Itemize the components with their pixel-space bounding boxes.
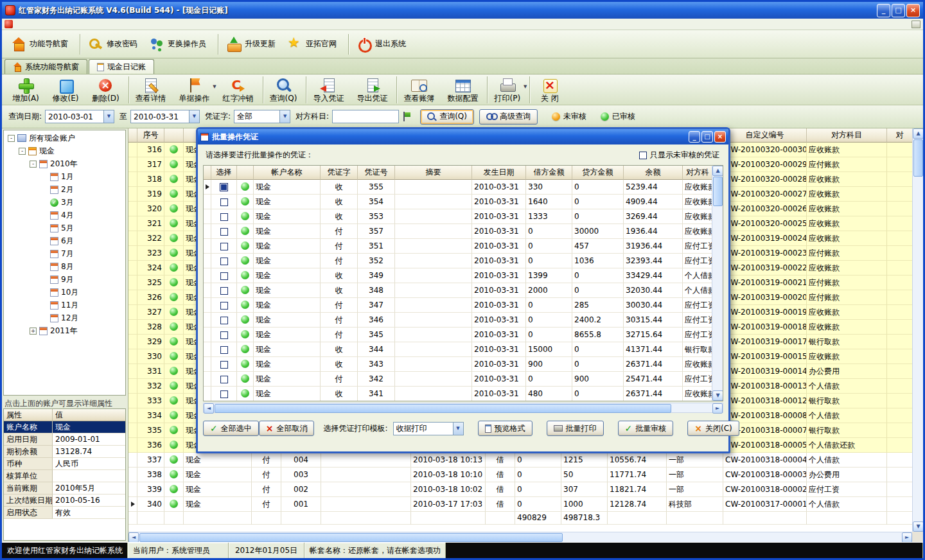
toolbar-button[interactable]: 数据配置 ▼ (441, 76, 484, 103)
row-checkbox[interactable] (220, 228, 228, 236)
tab[interactable]: 现金日记账 (89, 59, 154, 74)
voucher-row[interactable]: 现金 付 352 2010-03-31 0 1036 32393.44 应付工资 (204, 254, 713, 268)
tree-item[interactable]: 11月 (4, 299, 125, 311)
scrollbar-thumb[interactable] (215, 404, 671, 413)
row-checkbox[interactable] (220, 183, 228, 191)
voucher-row[interactable]: 现金 收 353 2010-03-31 1333 0 3269.44 应收账款 (204, 209, 713, 224)
voucher-row[interactable]: 现金 收 348 2010-03-31 2000 0 32030.44 个人借款… (204, 283, 713, 298)
toolbar-button[interactable]: 删除(D) ▼ (85, 76, 126, 103)
restore-button[interactable]: □ (892, 4, 905, 17)
advanced-search-button[interactable]: 高级查询 (479, 109, 538, 125)
voucher-row[interactable]: 现金 付 357 2010-03-31 0 30000 1936.44 应收账款 (204, 224, 713, 239)
close-button[interactable]: × (906, 4, 920, 17)
tree-item[interactable]: 6月 (4, 234, 125, 247)
unaudited-filter[interactable]: 未审核 (552, 111, 586, 122)
tab[interactable]: 系统功能导航窗 (4, 59, 87, 74)
voucher-type-select[interactable]: 全部▼ (234, 110, 290, 123)
scroll-down-icon[interactable]: ▼ (913, 521, 923, 532)
property-row[interactable]: 账户名称 现金 (4, 421, 125, 433)
toolbar-button[interactable]: 升级更新 (218, 34, 283, 55)
row-checkbox[interactable] (220, 361, 228, 369)
scroll-right-icon[interactable]: ► (712, 403, 723, 414)
toolbar-button[interactable]: 导出凭证 ▼ (350, 76, 394, 103)
scroll-down-icon[interactable]: ▼ (712, 390, 723, 401)
toolbar-button[interactable]: 红字冲销 ▼ (216, 76, 260, 103)
voucher-row[interactable]: 现金 付 345 2010-03-31 0 8655.8 32715.64 应付… (204, 328, 713, 342)
table-row[interactable]: 338 现金 付 003 2010-03-18 10:10 借 0 50 117… (128, 468, 913, 482)
tree-item[interactable]: 7月 (4, 247, 125, 260)
tree-item[interactable]: 4月 (4, 209, 125, 222)
voucher-row[interactable]: 现金 收 341 2010-03-31 480 0 26371.44 应收账款 (204, 387, 713, 401)
batch-audit-button[interactable]: ✓ 批量审核 (618, 421, 674, 436)
chevron-down-icon[interactable]: ▼ (279, 110, 290, 123)
table-row[interactable]: 340 现金 付 001 2010-03-17 17:03 借 0 1000 1… (128, 497, 913, 512)
chevron-down-icon[interactable]: ▼ (453, 423, 463, 435)
row-checkbox[interactable] (220, 317, 228, 324)
dialog-minimize-button[interactable]: _ (689, 131, 700, 143)
window-form-icon[interactable] (912, 21, 921, 28)
toolbar-button[interactable]: 亚拓官网 (283, 34, 344, 55)
tree-item[interactable]: 3月 (4, 196, 125, 209)
dialog-horizontal-scrollbar[interactable]: ◄ ► (203, 403, 723, 413)
scroll-up-icon[interactable]: ▲ (712, 166, 723, 176)
toolbar-button[interactable]: 修改(E) ▼ (46, 76, 85, 103)
toolbar-button[interactable]: 关 闭 ▼ (529, 76, 569, 103)
flag-icon[interactable] (403, 112, 411, 121)
voucher-row[interactable]: 现金 收 355 2010-03-31 330 0 5239.44 应收账款 (204, 180, 713, 195)
row-checkbox[interactable] (220, 272, 228, 280)
scroll-right-icon[interactable]: ► (902, 532, 912, 542)
tree-expander[interactable]: - (8, 135, 15, 142)
dialog-close-footer-button[interactable]: × 关闭(C) (687, 421, 739, 436)
row-checkbox[interactable] (220, 346, 228, 354)
select-all-button[interactable]: ✓ 全部选中 (203, 421, 259, 436)
scroll-up-icon[interactable]: ▲ (913, 128, 923, 139)
scrollbar-thumb[interactable] (139, 533, 563, 542)
row-checkbox[interactable] (220, 390, 228, 398)
minimize-button[interactable]: _ (877, 4, 890, 17)
voucher-row[interactable]: 现金 付 347 2010-03-31 0 285 30030.44 应付工资 (204, 298, 713, 313)
show-unaudited-checkbox[interactable]: 只显示未审核的凭证 (639, 150, 719, 161)
tree-item[interactable]: - 现金 (4, 144, 125, 157)
print-template-select[interactable]: 收据打印▼ (393, 422, 464, 435)
row-checkbox[interactable] (220, 258, 228, 265)
subject-input[interactable] (332, 110, 399, 123)
tree-item[interactable]: 1月 (4, 170, 125, 183)
toolbar-button[interactable]: 更换操作员 (145, 34, 214, 55)
table-row[interactable]: 337 现金 付 004 2010-03-18 10:13 借 0 1215 1… (128, 453, 913, 468)
row-checkbox[interactable] (220, 287, 228, 295)
tree-item[interactable]: 2月 (4, 183, 125, 196)
dropdown-arrow-icon[interactable]: ▼ (524, 84, 527, 89)
tree-item[interactable]: 12月 (4, 311, 125, 324)
voucher-row[interactable]: 现金 收 354 2010-03-31 1640 0 4909.44 应收账款 (204, 195, 713, 209)
dialog-close-button[interactable]: × (714, 131, 726, 143)
tree-item[interactable]: 5月 (4, 222, 125, 234)
deselect-all-button[interactable]: × 全部取消 (259, 421, 315, 436)
tree-expander[interactable]: - (30, 161, 37, 168)
toolbar-button[interactable]: 退出系统 (348, 34, 414, 55)
row-checkbox[interactable] (220, 213, 228, 221)
row-checkbox[interactable] (220, 376, 228, 383)
property-row[interactable]: 币种 人民币 (4, 458, 125, 470)
tree-item[interactable]: - 2010年 (4, 157, 125, 170)
property-row[interactable]: 当前账期 2010年5月 (4, 482, 125, 494)
batch-print-button[interactable]: 批量打印 (547, 421, 604, 436)
row-checkbox[interactable] (220, 302, 228, 310)
date-from-select[interactable]: 2010-03-01▼ (45, 110, 114, 123)
dialog-vertical-scrollbar[interactable]: ▲ ▼ (712, 166, 723, 401)
tree-expander[interactable]: - (19, 148, 26, 155)
chevron-down-icon[interactable]: ▼ (103, 110, 114, 123)
tree-expander[interactable]: + (30, 328, 37, 335)
toolbar-button[interactable]: 单据操作 ▼ (173, 76, 216, 103)
toolbar-button[interactable]: 打印(P) ▼ (487, 76, 527, 103)
table-row[interactable]: 339 现金 付 002 2010-03-18 10:02 借 0 307 11… (128, 482, 913, 497)
horizontal-scrollbar[interactable]: ◄ ► (128, 532, 912, 542)
property-row[interactable]: 上次结账日期 2010-05-16 (4, 494, 125, 507)
row-checkbox[interactable] (220, 243, 228, 250)
date-to-select[interactable]: 2010-03-31▼ (130, 110, 200, 123)
checkbox-icon[interactable] (639, 152, 647, 159)
tree-item[interactable]: - 所有现金账户 (4, 132, 125, 144)
tree-item[interactable]: 9月 (4, 273, 125, 286)
property-row[interactable]: 启用状态 有效 (4, 507, 125, 519)
scrollbar-thumb[interactable] (913, 139, 923, 177)
search-button[interactable]: 查询(Q) (420, 109, 474, 125)
